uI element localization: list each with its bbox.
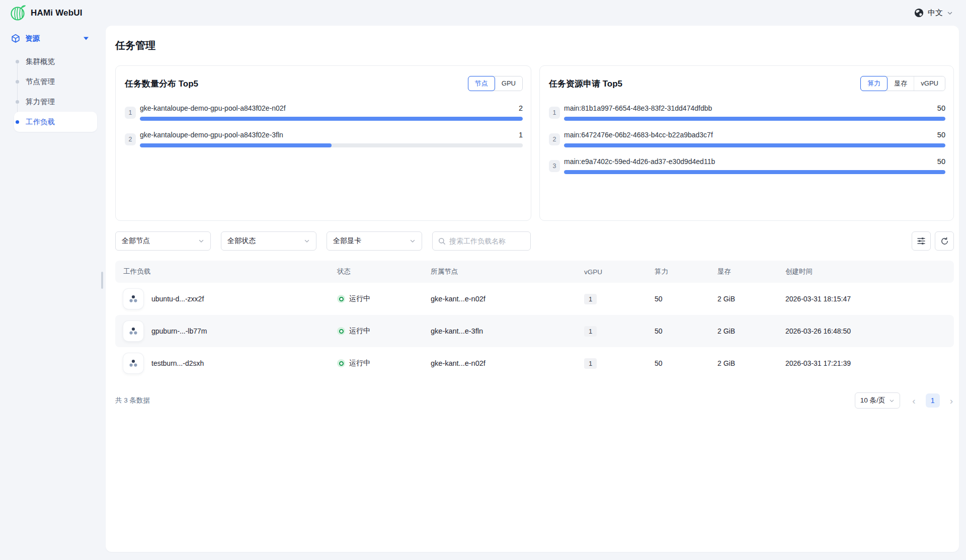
rank-bar-fill bbox=[564, 143, 945, 147]
table-row[interactable]: testburn...-d2sxh 运行中 gke-kant...e-n02f … bbox=[115, 347, 954, 379]
globe-icon bbox=[914, 8, 924, 18]
column-settings-button[interactable] bbox=[912, 231, 931, 251]
rank-bar-fill bbox=[564, 117, 945, 121]
cube-icon bbox=[11, 34, 20, 43]
sidebar-item-cluster-overview[interactable]: 集群概览 bbox=[0, 51, 106, 71]
card-title: 任务数量分布 Top5 bbox=[125, 78, 198, 90]
chevron-down-icon bbox=[410, 238, 416, 244]
rank-bar-track bbox=[140, 117, 523, 121]
created-time: 2026-03-31 18:15:47 bbox=[777, 295, 954, 303]
sidebar-section-resources[interactable]: 资源 bbox=[0, 26, 106, 49]
search-icon bbox=[438, 237, 446, 245]
rank-value: 50 bbox=[937, 131, 945, 139]
rank-badge: 1 bbox=[125, 107, 136, 119]
node-name: gke-kant...e-n02f bbox=[423, 295, 576, 303]
sidebar-item-compute-management[interactable]: 算力管理 bbox=[0, 92, 106, 112]
sidebar-item-label: 工作负载 bbox=[26, 117, 55, 127]
sidebar: 资源 集群概览 节点管理 算力管理 工作负载 bbox=[0, 26, 106, 560]
workload-icon bbox=[123, 353, 143, 373]
rank-badge: 3 bbox=[549, 160, 560, 172]
refresh-button[interactable] bbox=[935, 231, 954, 251]
table-row[interactable]: gpuburn-...-lb77m 运行中 gke-kant...e-3fln … bbox=[115, 315, 954, 347]
rank-label: main:81b1a997-6654-48e3-83f2-31dd474dfdb… bbox=[564, 104, 712, 112]
tree-dot bbox=[16, 60, 19, 63]
status-filter-select[interactable]: 全部状态 bbox=[221, 231, 316, 251]
tab-vgpu[interactable]: vGPU bbox=[914, 76, 945, 91]
rank-label: gke-kantaloupe-demo-gpu-pool-a843f02e-n0… bbox=[140, 104, 286, 112]
workload-name: gpuburn-...-lb77m bbox=[151, 327, 207, 335]
column-header-workload: 工作负载 bbox=[115, 267, 329, 276]
rank-bar-track bbox=[564, 117, 945, 121]
card-resource-requests: 任务资源申请 Top5 算力 显存 vGPU 1 main:81b1a997-6… bbox=[539, 65, 954, 221]
workload-icon bbox=[123, 289, 143, 309]
memory-value: 2 GiB bbox=[709, 327, 777, 335]
tab-group-distribution: 节点 GPU bbox=[468, 76, 523, 91]
total-count: 共 3 条数据 bbox=[115, 396, 150, 405]
vgpu-tag: 1 bbox=[584, 294, 597, 304]
tree-dot bbox=[16, 80, 19, 84]
tab-node[interactable]: 节点 bbox=[468, 76, 495, 91]
search-input[interactable] bbox=[449, 237, 525, 245]
language-switcher[interactable]: 中文 bbox=[914, 8, 953, 18]
rank-bar-track bbox=[140, 143, 523, 147]
pagination: ‹ 1 › bbox=[911, 393, 954, 408]
rank-item: 3 main:e9a7402c-59ed-4d26-ad37-e30d9d4ed… bbox=[549, 157, 945, 174]
sidebar-item-label: 集群概览 bbox=[26, 57, 55, 66]
column-header-memory: 显存 bbox=[709, 267, 777, 276]
caret-down-icon bbox=[84, 37, 89, 40]
workload-icon bbox=[123, 321, 143, 341]
sidebar-item-node-management[interactable]: 节点管理 bbox=[0, 71, 106, 92]
node-filter-select[interactable]: 全部节点 bbox=[115, 231, 211, 251]
prev-page-button[interactable]: ‹ bbox=[911, 396, 916, 406]
card-title: 任务资源申请 Top5 bbox=[549, 78, 622, 90]
search-box bbox=[432, 231, 531, 251]
table-row[interactable]: ubuntu-d...-zxx2f 运行中 gke-kant...e-n02f … bbox=[115, 283, 954, 315]
column-settings-icon bbox=[917, 237, 926, 245]
rank-bar-track bbox=[564, 143, 945, 147]
gpu-filter-select[interactable]: 全部显卡 bbox=[327, 231, 422, 251]
chevron-down-icon bbox=[889, 398, 895, 404]
memory-value: 2 GiB bbox=[709, 295, 777, 303]
app-logo-icon bbox=[10, 5, 26, 21]
tab-gpu[interactable]: GPU bbox=[495, 76, 522, 91]
sidebar-section-label: 资源 bbox=[25, 34, 40, 43]
page-size-select[interactable]: 10 条/页 bbox=[855, 392, 901, 409]
language-label: 中文 bbox=[928, 8, 943, 18]
summary-cards: 任务数量分布 Top5 节点 GPU 1 gke-kantaloupe-demo… bbox=[115, 65, 954, 221]
rank-value: 50 bbox=[937, 104, 945, 112]
rank-item: 1 main:81b1a997-6654-48e3-83f2-31dd474df… bbox=[549, 104, 945, 121]
vgpu-tag: 1 bbox=[584, 326, 597, 337]
rank-label: gke-kantaloupe-demo-gpu-pool-a843f02e-3f… bbox=[140, 131, 283, 139]
node-name: gke-kant...e-3fln bbox=[423, 327, 576, 335]
rank-bar-track bbox=[564, 170, 945, 174]
brand: HAMi WebUI bbox=[10, 5, 83, 21]
tab-group-resources: 算力 显存 vGPU bbox=[860, 76, 945, 91]
created-time: 2026-03-31 17:21:39 bbox=[777, 359, 954, 367]
rank-badge: 1 bbox=[549, 107, 560, 119]
sidebar-item-workloads[interactable]: 工作负载 bbox=[14, 112, 97, 132]
topbar: HAMi WebUI 中文 bbox=[0, 0, 966, 26]
rank-value: 2 bbox=[519, 104, 523, 112]
tab-compute[interactable]: 算力 bbox=[860, 76, 888, 91]
tree-dot bbox=[16, 120, 19, 124]
rank-badge: 2 bbox=[549, 133, 560, 145]
sidebar-resize-handle[interactable] bbox=[101, 272, 103, 289]
status-running-icon bbox=[337, 327, 345, 335]
core-value: 50 bbox=[647, 295, 709, 303]
sidebar-tree: 集群概览 节点管理 算力管理 工作负载 bbox=[0, 51, 106, 132]
vgpu-tag: 1 bbox=[584, 358, 597, 369]
column-header-core: 算力 bbox=[647, 267, 709, 276]
rank-item: 1 gke-kantaloupe-demo-gpu-pool-a843f02e-… bbox=[125, 104, 523, 121]
page-size-value: 10 条/页 bbox=[860, 396, 886, 405]
rank-label: main:e9a7402c-59ed-4d26-ad37-e30d9d4ed11… bbox=[564, 157, 715, 166]
gpu-filter-value: 全部显卡 bbox=[333, 236, 361, 246]
rank-label: main:6472476e-06b2-4683-b4cc-b22a9bad3c7… bbox=[564, 131, 713, 139]
next-page-button[interactable]: › bbox=[949, 396, 954, 406]
status-filter-value: 全部状态 bbox=[227, 236, 256, 246]
rank-value: 50 bbox=[937, 157, 945, 166]
tab-memory[interactable]: 显存 bbox=[887, 76, 914, 91]
status-running-icon bbox=[337, 295, 345, 303]
column-header-status: 状态 bbox=[329, 267, 423, 276]
rank-bar-fill bbox=[140, 117, 523, 121]
page-number[interactable]: 1 bbox=[926, 393, 940, 408]
